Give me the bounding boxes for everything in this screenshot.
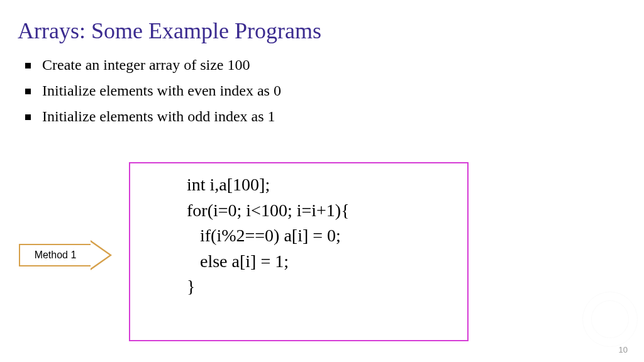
bullet-icon [25,63,31,69]
slide-title: Arrays: Some Example Programs [0,0,644,44]
bullet-text: Create an integer array of size 100 [42,57,250,74]
method-callout: Method 1 [19,240,113,270]
list-item: Initialize elements with odd index as 1 [25,108,644,125]
callout-label: Method 1 [19,244,92,266]
code-line: int i,a[100]; [187,172,456,198]
institution-seal-icon [582,292,638,347]
code-block: int i,a[100]; for(i=0; i<100; i=i+1){ if… [129,162,469,341]
code-line: for(i=0; i<100; i=i+1){ [187,198,456,224]
page-number: 10 [619,345,628,354]
code-line: else a[i] = 1; [187,249,456,275]
bullet-text: Initialize elements with odd index as 1 [42,108,275,125]
list-item: Initialize elements with even index as 0 [25,82,644,99]
bullet-icon [25,89,31,94]
code-line: if(i%2==0) a[i] = 0; [187,223,456,249]
bullet-icon [25,114,31,120]
list-item: Create an integer array of size 100 [25,57,644,74]
code-line: } [187,274,456,300]
arrow-right-icon [91,240,112,270]
bullet-text: Initialize elements with even index as 0 [42,82,281,99]
bullet-list: Create an integer array of size 100 Init… [0,44,644,125]
